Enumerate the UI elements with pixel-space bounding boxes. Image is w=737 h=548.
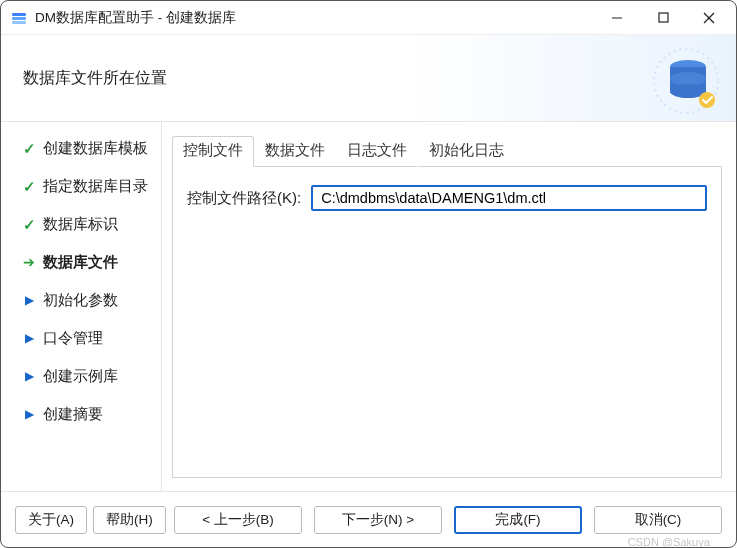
step-label: 指定数据库目录 [43,177,148,196]
tab-log-file[interactable]: 日志文件 [336,136,418,167]
svg-rect-0 [12,13,26,16]
tab-bar: 控制文件 数据文件 日志文件 初始化日志 [172,136,722,167]
app-icon [11,10,27,26]
svg-point-11 [699,92,715,108]
watermark: CSDN @Sakuya__ [628,536,722,548]
tab-control-file[interactable]: 控制文件 [172,136,254,167]
step-db-directory[interactable]: ✓ 指定数据库目录 [21,176,161,196]
step-label: 口令管理 [43,329,103,348]
tab-panel-control-file: 控制文件路径(K): [172,167,722,478]
triangle-right-icon: ▶ [21,406,37,422]
step-summary[interactable]: ▶ 创建摘要 [21,404,161,424]
svg-rect-4 [659,13,668,22]
header: 数据库文件所在位置 [1,35,736,121]
svg-rect-2 [12,21,26,24]
maximize-button[interactable] [640,1,686,34]
titlebar: DM数据库配置助手 - 创建数据库 [1,1,736,35]
close-icon [703,12,715,24]
triangle-right-icon: ▶ [21,292,37,308]
step-label: 创建摘要 [43,405,103,424]
step-create-template[interactable]: ✓ 创建数据库模板 [21,138,161,158]
check-icon: ✓ [21,178,37,194]
tab-spacer [515,166,722,167]
finish-button[interactable]: 完成(F) [454,506,582,534]
step-sample-db[interactable]: ▶ 创建示例库 [21,366,161,386]
step-label: 数据库文件 [43,253,118,272]
cancel-button[interactable]: 取消(C) [594,506,722,534]
next-button[interactable]: 下一步(N) > [314,506,442,534]
step-label: 初始化参数 [43,291,118,310]
help-button[interactable]: 帮助(H) [93,506,166,534]
step-label: 创建示例库 [43,367,118,386]
tab-init-log[interactable]: 初始化日志 [418,136,515,167]
database-illustration [648,43,724,118]
tab-data-file[interactable]: 数据文件 [254,136,336,167]
application-window: DM数据库配置助手 - 创建数据库 数据库文件所在位置 [0,0,737,548]
step-password[interactable]: ▶ 口令管理 [21,328,161,348]
check-icon: ✓ [21,216,37,232]
main-area: ✓ 创建数据库模板 ✓ 指定数据库目录 ✓ 数据库标识 ➔ 数据库文件 ▶ 初始… [1,121,736,491]
window-title: DM数据库配置助手 - 创建数据库 [35,9,586,27]
back-button[interactable]: < 上一步(B) [174,506,302,534]
content-panel: 控制文件 数据文件 日志文件 初始化日志 控制文件路径(K): [161,122,736,491]
close-button[interactable] [686,1,732,34]
minimize-button[interactable] [594,1,640,34]
step-label: 创建数据库模板 [43,139,148,158]
arrow-right-icon: ➔ [21,254,37,270]
control-file-path-row: 控制文件路径(K): [187,185,707,211]
footer-right: < 上一步(B) 下一步(N) > 完成(F) 取消(C) [174,506,722,534]
page-title: 数据库文件所在位置 [23,68,167,89]
triangle-right-icon: ▶ [21,368,37,384]
window-controls [594,1,732,34]
step-db-files[interactable]: ➔ 数据库文件 [21,252,161,272]
check-icon: ✓ [21,140,37,156]
step-label: 数据库标识 [43,215,118,234]
about-button[interactable]: 关于(A) [15,506,87,534]
control-file-path-label: 控制文件路径(K): [187,189,301,208]
step-init-params[interactable]: ▶ 初始化参数 [21,290,161,310]
maximize-icon [658,12,669,23]
footer-left: 关于(A) 帮助(H) [15,506,166,534]
minimize-icon [611,12,623,24]
control-file-path-input[interactable] [311,185,707,211]
svg-point-9 [670,72,706,86]
step-db-identity[interactable]: ✓ 数据库标识 [21,214,161,234]
triangle-right-icon: ▶ [21,330,37,346]
wizard-steps: ✓ 创建数据库模板 ✓ 指定数据库目录 ✓ 数据库标识 ➔ 数据库文件 ▶ 初始… [1,122,161,491]
footer: 关于(A) 帮助(H) < 上一步(B) 下一步(N) > 完成(F) 取消(C… [1,491,736,547]
svg-rect-1 [12,17,26,20]
